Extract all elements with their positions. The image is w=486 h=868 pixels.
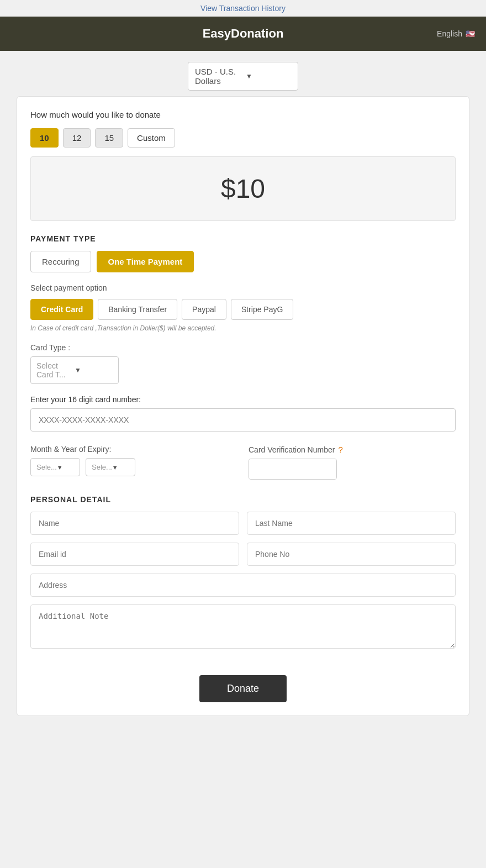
header: EasyDonation English 🇺🇸 (0, 17, 486, 51)
card-type-dropdown[interactable]: Select Card T... ▼ (30, 356, 119, 384)
payment-type-buttons: Reccuring One Time Payment (30, 251, 456, 272)
expiry-selects: Sele... ▼ Sele... ▼ (30, 458, 237, 476)
payment-option-label: Select payment option (30, 283, 456, 292)
personal-detail-section: PERSONAL DETAIL (30, 495, 456, 662)
main-card: How much would you like to donate 10 12 … (17, 96, 469, 716)
email-input[interactable] (30, 543, 239, 566)
app-title: EasyDonation (203, 27, 284, 41)
language-label: English (437, 29, 462, 38)
view-transaction-link[interactable]: View Transaction History (200, 4, 286, 13)
payment-onetime-btn[interactable]: One Time Payment (97, 251, 194, 272)
cvv-section: Card Verification Number ? (249, 445, 456, 480)
amount-buttons: 10 12 15 Custom (30, 128, 456, 148)
amount-btn-custom[interactable]: Custom (128, 128, 175, 148)
amount-btn-10[interactable]: 10 (30, 128, 59, 148)
payment-paypal-btn[interactable]: Paypal (182, 299, 226, 320)
donate-button[interactable]: Donate (199, 675, 287, 702)
top-bar: View Transaction History (0, 0, 486, 17)
amount-display: $10 (30, 156, 456, 221)
card-number-input[interactable] (30, 408, 456, 432)
cvv-help-icon[interactable]: ? (338, 445, 342, 454)
payment-banking-btn[interactable]: Banking Transfer (98, 299, 177, 320)
expiry-month-arrow-icon: ▼ (57, 464, 74, 471)
cvv-label: Card Verification Number (249, 445, 335, 454)
expiry-year-placeholder: Sele... (92, 463, 112, 471)
expiry-section: Month & Year of Expiry: Sele... ▼ Sele..… (30, 445, 237, 476)
donate-btn-wrapper: Donate (30, 675, 456, 702)
cvv-input[interactable] (249, 459, 337, 479)
name-input[interactable] (30, 512, 239, 535)
expiry-year-dropdown[interactable]: Sele... ▼ (86, 458, 135, 476)
expiry-label: Month & Year of Expiry: (30, 445, 237, 454)
card-type-label: Card Type : (30, 343, 456, 352)
card-type-placeholder: Select Card T... (36, 361, 75, 379)
donation-question: How much would you like to donate (30, 110, 456, 119)
name-row (30, 512, 456, 535)
card-number-label: Enter your 16 digit card number: (30, 395, 456, 404)
payment-creditcard-btn[interactable]: Credit Card (30, 299, 93, 320)
language-selector[interactable]: English 🇺🇸 (437, 29, 475, 38)
address-input[interactable] (30, 574, 456, 597)
expiry-month-placeholder: Sele... (36, 463, 57, 471)
cvv-input-wrapper (249, 459, 337, 480)
amount-btn-12[interactable]: 12 (63, 128, 91, 148)
payment-option-buttons: Credit Card Banking Transfer Paypal Stri… (30, 299, 456, 320)
card-type-arrow-icon: ▼ (75, 366, 113, 374)
payment-note: In Case of credit card ,Transaction in D… (30, 324, 456, 332)
payment-recurring-btn[interactable]: Reccuring (30, 251, 91, 272)
cvv-label-row: Card Verification Number ? (249, 445, 456, 454)
currency-dropdown[interactable]: USD - U.S. Dollars ▼ (188, 62, 298, 91)
expiry-year-arrow-icon: ▼ (112, 464, 129, 471)
expiry-month-dropdown[interactable]: Sele... ▼ (30, 458, 80, 476)
amount-btn-15[interactable]: 15 (95, 128, 123, 148)
note-textarea[interactable] (30, 604, 456, 649)
payment-type-label: PAYMENT TYPE (30, 234, 456, 243)
currency-section: USD - U.S. Dollars ▼ (0, 51, 486, 96)
lastname-input[interactable] (247, 512, 456, 535)
payment-stripe-btn[interactable]: Stripe PayG (231, 299, 293, 320)
expiry-cvv-row: Month & Year of Expiry: Sele... ▼ Sele..… (30, 445, 456, 480)
currency-label: USD - U.S. Dollars (195, 67, 240, 86)
selected-amount: $10 (221, 174, 265, 203)
phone-input[interactable] (247, 543, 456, 566)
email-phone-row (30, 543, 456, 566)
flag-icon: 🇺🇸 (466, 29, 475, 38)
currency-arrow-icon: ▼ (246, 72, 291, 80)
personal-detail-label: PERSONAL DETAIL (30, 495, 456, 504)
